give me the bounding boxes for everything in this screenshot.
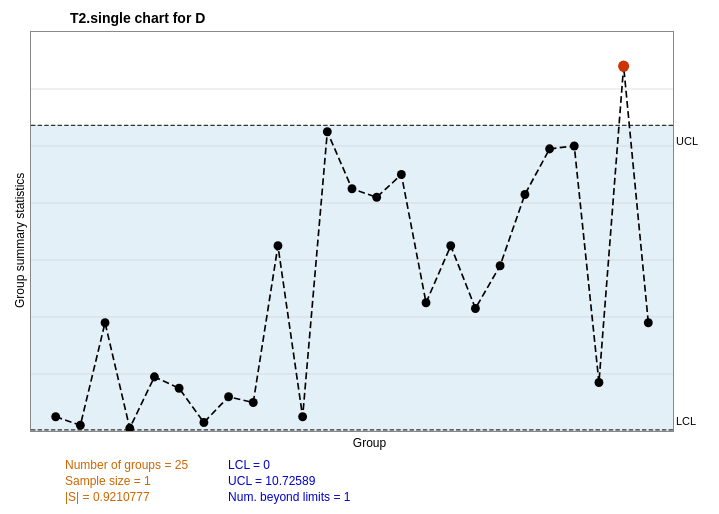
svg-point-33: [422, 298, 431, 307]
svg-point-35: [471, 304, 480, 313]
svg-point-25: [224, 392, 233, 401]
svg-point-39: [570, 141, 579, 150]
svg-point-23: [175, 384, 184, 393]
svg-point-31: [372, 193, 381, 202]
svg-point-29: [323, 127, 332, 136]
lcl-stat: LCL = 0: [228, 458, 350, 472]
svg-point-19: [76, 421, 85, 430]
chart-title: T2.single chart for D: [70, 10, 709, 26]
svg-point-18: [51, 412, 60, 421]
s-stat: |S| = 0.9210777: [65, 490, 188, 504]
lcl-axis-label: LCL: [676, 415, 696, 427]
beyond-stat: Num. beyond limits = 1: [228, 490, 350, 504]
stats-left: Number of groups = 25 Sample size = 1 |S…: [65, 458, 188, 504]
svg-point-30: [348, 184, 357, 193]
svg-point-37: [520, 190, 529, 199]
svg-point-41: [618, 61, 629, 72]
svg-point-36: [496, 261, 505, 270]
stats-right: LCL = 0 UCL = 10.72589 Num. beyond limit…: [228, 458, 350, 504]
chart-svg: 0 2 4 6 8 10 12: [31, 32, 673, 431]
svg-point-22: [150, 372, 159, 381]
svg-point-20: [101, 318, 110, 327]
svg-point-27: [274, 241, 283, 250]
page: T2.single chart for D Group summary stat…: [0, 0, 719, 514]
ucl-axis-label: UCL: [676, 135, 698, 147]
num-groups-stat: Number of groups = 25: [65, 458, 188, 472]
x-axis-label: Group: [30, 436, 709, 450]
svg-point-24: [199, 418, 208, 427]
chart-area: Group summary statistics: [10, 31, 709, 450]
svg-point-32: [397, 170, 406, 179]
svg-point-34: [446, 241, 455, 250]
svg-point-28: [298, 412, 307, 421]
svg-point-38: [545, 144, 554, 153]
beyond-stat-text: Num. beyond limits = 1: [228, 490, 350, 504]
svg-point-42: [644, 318, 653, 327]
svg-point-40: [595, 378, 604, 387]
sample-size-stat: Sample size = 1: [65, 474, 188, 488]
plot-wrapper: 0 2 4 6 8 10 12: [30, 31, 674, 432]
y-axis-label: Group summary statistics: [10, 31, 30, 450]
chart-container: 0 2 4 6 8 10 12: [30, 31, 709, 450]
svg-rect-1: [31, 125, 673, 431]
ucl-stat: UCL = 10.72589: [228, 474, 350, 488]
right-labels: UCL LCL: [674, 31, 709, 432]
plot-and-right: 0 2 4 6 8 10 12: [30, 31, 709, 432]
stats-area: Number of groups = 25 Sample size = 1 |S…: [65, 458, 709, 504]
svg-point-26: [249, 398, 258, 407]
